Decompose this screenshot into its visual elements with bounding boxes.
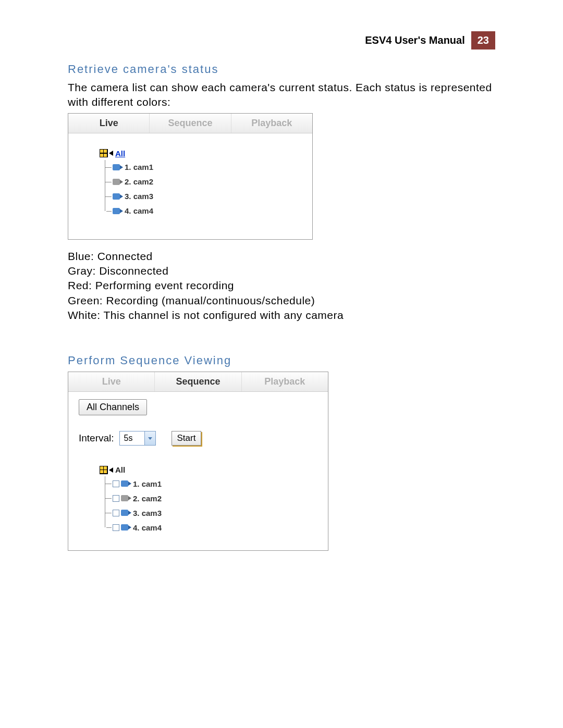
tab-sequence[interactable]: Sequence — [150, 114, 231, 133]
page-number: 23 — [471, 31, 495, 50]
section-heading-sequence: Perform Sequence Viewing — [68, 354, 495, 367]
tab-row: Live Sequence Playback — [68, 114, 312, 133]
camera-label: 2. cam2 — [125, 177, 153, 186]
camera-icon — [113, 178, 123, 186]
camera-label: 4. cam4 — [125, 206, 153, 215]
interval-value: 5s — [120, 434, 144, 443]
legend-gray: Gray: Disconnected — [68, 264, 495, 278]
legend-green: Green: Recording (manual/continuous/sche… — [68, 293, 495, 308]
tree-root-all[interactable]: All — [100, 149, 302, 158]
checkbox[interactable] — [113, 495, 119, 502]
checkbox[interactable] — [113, 510, 119, 516]
all-label: All — [115, 465, 125, 474]
section-heading-status: Retrieve camera's status — [68, 63, 495, 76]
camera-label: 4. cam4 — [133, 523, 162, 532]
interval-select[interactable]: 5s — [119, 431, 156, 446]
section-intro: The camera list can show each camera's c… — [68, 80, 495, 110]
camera-item-1[interactable]: 1. cam1 — [105, 476, 317, 491]
grid-icon — [100, 466, 108, 474]
tab-row: Live Sequence Playback — [68, 372, 328, 392]
legend-blue: Blue: Connected — [68, 249, 495, 264]
legend-white: White: This channel is not configured wi… — [68, 308, 495, 323]
camera-item-2[interactable]: 2. cam2 — [105, 175, 302, 189]
sequence-panel: Live Sequence Playback All Channels Inte… — [68, 372, 328, 551]
camera-label: 2. cam2 — [133, 494, 162, 503]
camera-icon — [113, 163, 123, 171]
camera-icon — [121, 509, 131, 517]
checkbox[interactable] — [113, 480, 119, 487]
tab-playback[interactable]: Playback — [231, 114, 312, 133]
chevron-down-icon — [144, 431, 155, 445]
camera-icon — [113, 207, 123, 215]
camera-item-1[interactable]: 1. cam1 — [105, 160, 302, 175]
interval-label: Interval: — [79, 433, 114, 444]
page-header: ESV4 User's Manual 23 — [361, 31, 495, 50]
camera-item-4[interactable]: 4. cam4 — [105, 204, 302, 218]
tab-live[interactable]: Live — [68, 114, 150, 133]
legend-red: Red: Performing event recording — [68, 278, 495, 293]
grid-icon — [100, 149, 108, 157]
camera-icon — [121, 523, 131, 532]
speaker-icon — [109, 467, 113, 473]
camera-label: 3. cam3 — [133, 509, 162, 517]
speaker-icon — [109, 151, 113, 156]
camera-label: 1. cam1 — [125, 163, 153, 171]
camera-icon — [121, 479, 131, 488]
camera-icon — [113, 192, 123, 201]
manual-title: ESV4 User's Manual — [361, 31, 469, 50]
tab-sequence[interactable]: Sequence — [155, 372, 241, 391]
tab-live[interactable]: Live — [68, 372, 155, 391]
camera-item-2[interactable]: 2. cam2 — [105, 491, 317, 505]
camera-icon — [121, 494, 131, 502]
camera-label: 3. cam3 — [125, 192, 153, 201]
all-channels-button[interactable]: All Channels — [79, 399, 147, 415]
tree-root-all[interactable]: All — [100, 465, 317, 474]
camera-status-panel: Live Sequence Playback All 1. cam1 — [68, 113, 313, 240]
camera-label: 1. cam1 — [133, 479, 162, 488]
tab-playback[interactable]: Playback — [242, 372, 328, 391]
camera-item-3[interactable]: 3. cam3 — [105, 189, 302, 204]
checkbox[interactable] — [113, 524, 119, 531]
start-button[interactable]: Start — [172, 431, 202, 446]
all-link[interactable]: All — [115, 149, 125, 158]
camera-item-3[interactable]: 3. cam3 — [105, 505, 317, 520]
camera-item-4[interactable]: 4. cam4 — [105, 520, 317, 535]
